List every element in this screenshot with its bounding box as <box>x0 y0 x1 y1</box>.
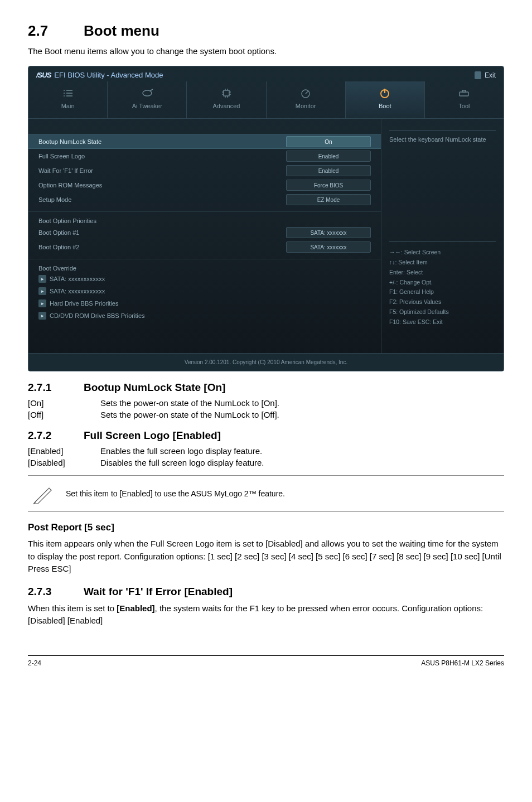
text-bold: [Enabled] <box>117 603 154 613</box>
setting-label: Boot Option #2 <box>38 244 286 250</box>
exit-label: Exit <box>485 71 496 79</box>
tab-boot[interactable]: Boot <box>346 81 425 118</box>
setting-value[interactable]: SATA: xxxxxxx <box>286 227 371 238</box>
override-sata-2[interactable]: ▸SATA: xxxxxxxxxxxx <box>28 285 381 297</box>
bios-title-text: EFI BIOS Utility - Advanced Mode <box>54 71 163 79</box>
setting-label: Full Screen Logo <box>38 153 286 160</box>
setting-label: Option ROM Messages <box>38 182 286 189</box>
note-text: Set this item to [Enabled] to use the AS… <box>66 489 285 498</box>
setting-value[interactable]: On <box>286 136 371 147</box>
setting-label: Boot Option #1 <box>38 229 286 236</box>
note-box: Set this item to [Enabled] to use the AS… <box>28 475 504 512</box>
setting-numlock[interactable]: Bootup NumLock State On <box>28 134 381 149</box>
text-fragment: When this item is set to <box>28 603 117 613</box>
section-boot-override: Boot Override <box>28 259 381 273</box>
setting-value[interactable]: Enabled <box>286 165 371 176</box>
setting-label: Bootup NumLock State <box>38 138 286 145</box>
tab-main[interactable]: Main <box>28 81 108 118</box>
power-icon <box>348 87 422 99</box>
subsection-number: 2.7.3 <box>28 586 84 598</box>
chip-icon <box>189 87 263 99</box>
override-label: CD/DVD ROM Drive BBS Priorities <box>50 312 145 319</box>
tab-label: Advanced <box>189 103 263 109</box>
option-row: [Disabled] Disables the full screen logo… <box>28 458 504 467</box>
override-label: Hard Drive BBS Priorities <box>50 300 118 307</box>
tab-tool[interactable]: Tool <box>425 81 504 118</box>
option-key: [Off] <box>28 410 100 419</box>
exit-button[interactable]: Exit <box>475 71 496 79</box>
chevron-right-icon: ▸ <box>38 312 46 320</box>
subsection-heading: 2.7.1Bootup NumLock State [On] <box>28 381 504 394</box>
subsection-number: 2.7.2 <box>28 429 84 442</box>
option-key: [Disabled] <box>28 458 100 467</box>
page-number: 2-24 <box>28 659 41 667</box>
key-hint: →←: Select Screen <box>389 248 496 258</box>
monitor-icon <box>269 87 343 99</box>
intro-text: The Boot menu items allow you to change … <box>28 46 504 56</box>
key-hint: F5: Optimized Defaults <box>389 307 496 317</box>
tab-monitor[interactable]: Monitor <box>267 81 346 118</box>
help-text: Select the keyboard NumLock state <box>389 130 496 241</box>
setting-wait-f1[interactable]: Wait For 'F1' If Error Enabled <box>28 163 381 178</box>
svg-rect-22 <box>462 90 466 92</box>
subsection-heading: 2.7.2Full Screen Logo [Enabled] <box>28 429 504 442</box>
product-name: ASUS P8H61-M LX2 Series <box>421 659 504 667</box>
boot-option-1[interactable]: Boot Option #1 SATA: xxxxxxx <box>28 225 381 240</box>
bios-version-footer: Version 2.00.1201. Copyright (C) 2010 Am… <box>28 353 504 371</box>
section-heading: 2.7Boot menu <box>28 22 504 40</box>
tweaker-icon <box>110 87 184 99</box>
setting-value[interactable]: EZ Mode <box>286 194 371 205</box>
key-hint: F10: Save ESC: Exit <box>389 317 496 327</box>
bios-window: /SUS EFI BIOS Utility - Advanced Mode Ex… <box>28 66 504 371</box>
list-icon <box>31 87 105 99</box>
setting-label: Setup Mode <box>38 196 286 203</box>
setting-fullscreen-logo[interactable]: Full Screen Logo Enabled <box>28 149 381 163</box>
subheading: Post Report [5 sec] <box>28 522 504 533</box>
override-cd-dvd-bbs[interactable]: ▸CD/DVD ROM Drive BBS Priorities <box>28 310 381 322</box>
key-hint: Enter: Select <box>389 268 496 278</box>
tab-advanced[interactable]: Advanced <box>187 81 266 118</box>
section-number: 2.7 <box>28 22 84 40</box>
setting-value[interactable]: Enabled <box>286 151 371 162</box>
setting-option-rom[interactable]: Option ROM Messages Force BIOS <box>28 178 381 192</box>
svg-rect-8 <box>224 90 229 96</box>
bios-titlebar: /SUS EFI BIOS Utility - Advanced Mode Ex… <box>28 66 504 81</box>
chevron-right-icon: ▸ <box>38 275 46 283</box>
asus-logo: /SUS <box>36 71 51 79</box>
option-row: [On] Sets the power-on state of the NumL… <box>28 398 504 408</box>
subsection-title: Wait for 'F1' If Error [Enabled] <box>84 586 233 597</box>
override-sata-1[interactable]: ▸SATA: xxxxxxxxxxxx <box>28 273 381 285</box>
svg-line-7 <box>150 89 153 91</box>
tool-icon <box>427 87 501 99</box>
paragraph: This item appears only when the Full Scr… <box>28 538 504 576</box>
setting-setup-mode[interactable]: Setup Mode EZ Mode <box>28 192 381 207</box>
setting-value[interactable]: Force BIOS <box>286 180 371 191</box>
option-key: [On] <box>28 398 100 408</box>
option-desc: Sets the power-on state of the NumLock t… <box>100 398 504 408</box>
option-row: [Enabled] Enables the full screen logo d… <box>28 446 504 456</box>
setting-value[interactable]: SATA: xxxxxxx <box>286 241 371 253</box>
chevron-right-icon: ▸ <box>38 299 46 307</box>
option-row: [Off] Sets the power-on state of the Num… <box>28 410 504 419</box>
override-hard-drive-bbs[interactable]: ▸Hard Drive BBS Priorities <box>28 297 381 310</box>
paragraph: When this item is set to [Enabled], the … <box>28 602 504 627</box>
key-hint: F2: Previous Values <box>389 297 496 307</box>
tab-ai-tweaker[interactable]: Ai Tweaker <box>108 81 187 118</box>
override-label: SATA: xxxxxxxxxxxx <box>50 276 105 282</box>
tab-label: Tool <box>427 103 501 109</box>
key-hint: F1: General Help <box>389 287 496 297</box>
exit-icon <box>475 71 481 79</box>
tab-label: Ai Tweaker <box>110 103 184 109</box>
option-desc: Enables the full screen logo display fea… <box>100 446 504 456</box>
subsection-title: Full Screen Logo [Enabled] <box>84 429 221 441</box>
pencil-icon <box>32 482 55 505</box>
option-key: [Enabled] <box>28 446 100 456</box>
subsection-number: 2.7.1 <box>28 381 84 394</box>
boot-option-2[interactable]: Boot Option #2 SATA: xxxxxxx <box>28 240 381 254</box>
section-boot-priorities: Boot Option Priorities <box>28 211 381 225</box>
svg-line-18 <box>306 91 308 94</box>
subsection-heading: 2.7.3Wait for 'F1' If Error [Enabled] <box>28 586 504 598</box>
key-hint: ↑↓: Select Item <box>389 258 496 268</box>
svg-rect-21 <box>460 92 468 96</box>
bios-settings-panel: Bootup NumLock State On Full Screen Logo… <box>28 119 381 353</box>
